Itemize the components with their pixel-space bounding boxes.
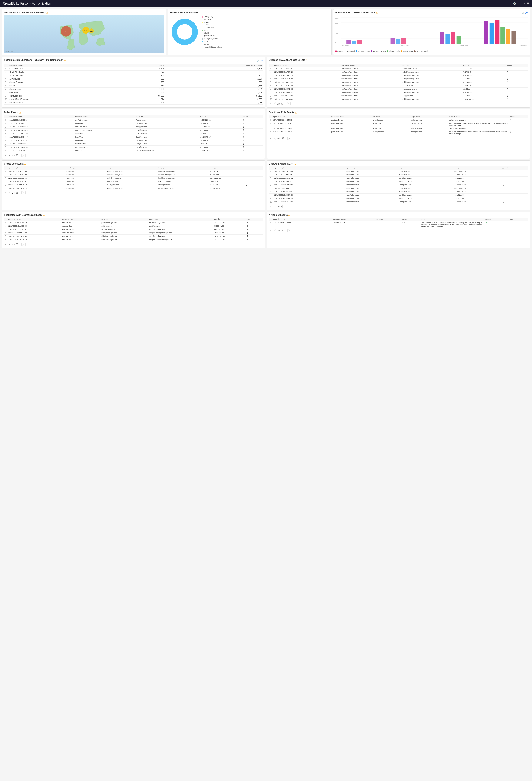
success-2fa-panel: Success 2FA Authenticate Events △ operat… bbox=[267, 56, 530, 108]
op-time: 12/17/2020 08:44:12:359 bbox=[273, 197, 345, 200]
table-row: 9 12/17/2020 08:44:12:359 userAuthentica… bbox=[269, 197, 528, 200]
count: 1 bbox=[242, 129, 263, 132]
next-page-btn[interactable]: › bbox=[285, 136, 287, 140]
first-page-btn[interactable]: « bbox=[269, 205, 272, 208]
legend-item-1: requestResetPassword bbox=[335, 50, 355, 52]
next-page-btn[interactable]: › bbox=[284, 102, 286, 106]
first-page-btn[interactable]: « bbox=[4, 154, 7, 157]
table-row: 9 12/17/2020 17:05:29:601 twoFactorAuthe… bbox=[269, 94, 528, 98]
src-user: Rock@exo.com bbox=[398, 173, 453, 176]
first-page-btn[interactable]: « bbox=[4, 191, 7, 195]
col-num bbox=[269, 217, 272, 221]
last-page-btn[interactable]: » bbox=[22, 191, 26, 195]
count: 1 bbox=[501, 183, 528, 187]
filter-icon[interactable]: ☷ bbox=[527, 2, 529, 5]
last-page-btn[interactable]: » bbox=[22, 154, 26, 157]
next-page-btn[interactable]: › bbox=[282, 205, 285, 208]
table-row: 4 activateUser 999 1,257 bbox=[4, 77, 263, 81]
refresh-icon[interactable]: ⟳ bbox=[524, 2, 525, 5]
last-page-btn[interactable]: » bbox=[22, 243, 26, 246]
overtime-time-badge[interactable]: 🕐 -7D bbox=[522, 12, 528, 14]
table-row: 7 12/17/2020 02:41:23:167 deleteUser Duc… bbox=[4, 139, 263, 142]
op-name: userAuthenticate bbox=[345, 176, 398, 180]
count: 1 bbox=[508, 221, 528, 228]
row-num: 3 bbox=[4, 228, 7, 231]
first-page-btn[interactable]: « bbox=[269, 102, 272, 106]
next-page-btn[interactable]: › bbox=[285, 229, 287, 233]
table-row: 8 deleteUser 2,607 3,307 bbox=[4, 91, 263, 94]
next-page-btn[interactable]: › bbox=[19, 154, 22, 157]
row-num: 7 bbox=[4, 87, 8, 91]
prev-page-btn[interactable]: ‹ bbox=[273, 102, 276, 106]
auth-operations-title: Authentication Operations bbox=[170, 11, 330, 14]
last-page-btn[interactable]: » bbox=[287, 102, 290, 106]
table-row: 1 12/17/2020 06:23:59:584 userAuthentica… bbox=[269, 170, 528, 173]
user-ip: 73.170.147.98 bbox=[209, 176, 245, 180]
comparison-time-badge[interactable]: 🕐 -24h bbox=[256, 59, 263, 62]
table-row: 4 12/17/2020 00:08:27:958 resetAuthSecre… bbox=[4, 231, 263, 235]
first-page-btn[interactable]: « bbox=[269, 136, 272, 140]
table-row: 1 CreateAPIClient 15,195 19,345 bbox=[4, 67, 263, 71]
yesterday-count: 84,122 bbox=[165, 94, 263, 98]
create-warning-icon: △ bbox=[24, 163, 26, 165]
count: 1,008 bbox=[123, 87, 165, 91]
op-name: twoFactorAuthenticate bbox=[340, 91, 402, 94]
op-name: grantUserRoles bbox=[330, 130, 372, 135]
col-target: target_user bbox=[148, 217, 213, 221]
last-page-btn[interactable]: » bbox=[288, 136, 292, 140]
op-time: 12/17/2020 07:28:18:179 bbox=[273, 74, 340, 77]
last-page-btn[interactable]: » bbox=[288, 229, 292, 233]
row-num: 2 bbox=[269, 71, 273, 74]
op-name: twoFactorAuthenticate bbox=[340, 71, 402, 74]
op-name: resetAuthSecret bbox=[60, 221, 99, 224]
prev-page-btn[interactable]: ‹ bbox=[273, 205, 276, 208]
svg-text:1.2k: 1.2k bbox=[90, 30, 93, 32]
col-scope: scope bbox=[420, 217, 484, 221]
svg-rect-27 bbox=[456, 36, 461, 44]
time-filter[interactable]: -24h bbox=[518, 2, 522, 5]
count: 2,607 bbox=[123, 91, 165, 94]
prev-page-btn[interactable]: ‹ bbox=[273, 229, 276, 233]
prev-page-btn[interactable]: ‹ bbox=[273, 136, 276, 140]
target-user: Rishi@sumologic.com bbox=[148, 235, 213, 238]
row-num: 2 bbox=[4, 224, 7, 228]
next-page-btn[interactable]: › bbox=[19, 191, 22, 195]
prev-page-btn[interactable]: ‹ bbox=[8, 191, 11, 195]
page-current: 1 bbox=[277, 103, 278, 105]
count: 1 bbox=[242, 146, 263, 149]
count: 1 bbox=[509, 119, 528, 122]
op-time: 12/17/2020 01:06:07:185 bbox=[8, 146, 74, 149]
row-num: 3 bbox=[269, 74, 273, 77]
col-count: count bbox=[242, 115, 263, 119]
op-name: grantUserRoles bbox=[330, 119, 372, 122]
col-count: count bbox=[506, 64, 528, 67]
create-user-tbody: 1 12/17/2020 13:32:09:043 createUser ank… bbox=[4, 170, 263, 190]
next-page-btn[interactable]: › bbox=[19, 243, 22, 246]
prev-page-btn[interactable]: ‹ bbox=[8, 154, 11, 157]
op-name: grantUserRoles bbox=[330, 122, 372, 127]
row-num: 1 bbox=[4, 221, 7, 224]
svg-rect-25 bbox=[445, 34, 450, 44]
bar-chart-container: 100k80k60k40k20k0 bbox=[335, 16, 528, 49]
failed-events-tbody: 1 12/16/2020 19:58:58:829 userAuthentica… bbox=[4, 119, 263, 153]
first-page-btn[interactable]: « bbox=[269, 229, 272, 233]
row-num: 4 bbox=[269, 77, 273, 81]
prev-page-btn[interactable]: ‹ bbox=[8, 243, 11, 246]
yesterday-count: 3,083 bbox=[165, 101, 263, 105]
src-user: ankit@cxe.com bbox=[372, 122, 409, 127]
first-page-btn[interactable]: « bbox=[4, 243, 7, 246]
top-row: Geo Location of Authentication Events △ bbox=[2, 9, 530, 55]
table-row: 6 12/17/2020 04:28:31:719 createUser ank… bbox=[4, 187, 263, 190]
table-row: 1 12/17/2020 06:51:14:670 resetAuthSecre… bbox=[4, 221, 263, 224]
op-time: 12/17/2020 08:05:50:416 bbox=[8, 129, 74, 132]
create-user-table: operation_time operation_name src_user t… bbox=[4, 166, 263, 190]
col-yesterday: count_vs_yesterday bbox=[165, 64, 263, 67]
count: 1 bbox=[245, 170, 263, 173]
fourth-row: Create User Event △ operation_time opera… bbox=[2, 160, 530, 210]
op-name: userAuthenticate bbox=[345, 183, 398, 187]
user-ip: 73.170.147.98 bbox=[461, 71, 506, 74]
last-page-btn[interactable]: » bbox=[286, 205, 290, 208]
count: 1 bbox=[501, 197, 528, 200]
user-ip: 164.100.78.177 bbox=[199, 139, 242, 142]
src-user: ankit@sumologic.com bbox=[99, 238, 148, 242]
